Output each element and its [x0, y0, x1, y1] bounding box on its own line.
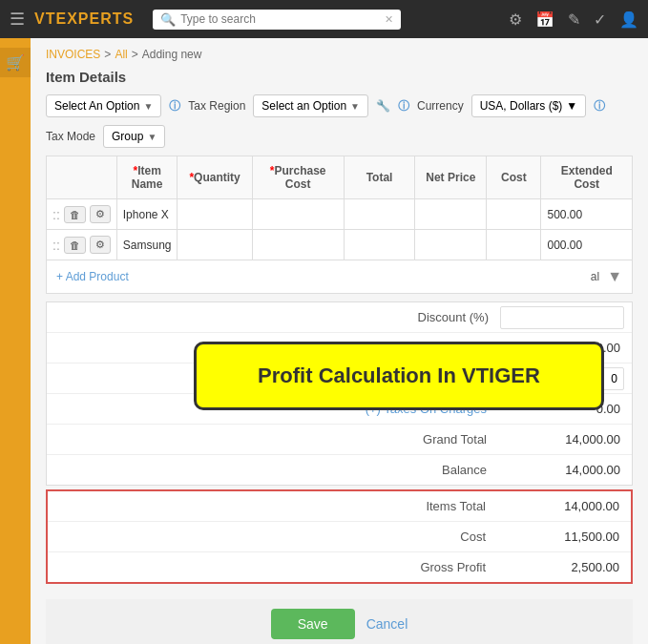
- col-quantity: *Quantity: [178, 156, 252, 199]
- calendar-icon[interactable]: 📅: [535, 10, 554, 29]
- taxmode-info-icon: ⓘ: [594, 98, 605, 114]
- clear-icon[interactable]: ✕: [385, 13, 393, 26]
- grand-total-value: 14,000.00: [498, 425, 632, 454]
- row-2-extcost: 000.00: [541, 230, 633, 260]
- main-content: INVOICES > All > Adding new Item Details…: [31, 38, 648, 644]
- save-button[interactable]: Save: [271, 609, 355, 639]
- cost-row: Cost 11,500.00: [48, 522, 631, 552]
- dropdown-arrow-icon: ▼: [143, 101, 153, 112]
- row-2-delete-button[interactable]: 🗑: [64, 237, 86, 254]
- cancel-button[interactable]: Cancel: [366, 609, 408, 639]
- row-2-name: Samsung: [116, 230, 178, 260]
- balance-row: Balance 14,000.00: [47, 455, 632, 485]
- items-table: *Item Name *Quantity *Purchase Cost Tota…: [46, 156, 633, 260]
- row-1-delete-button[interactable]: 🗑: [64, 206, 86, 223]
- settings-icon[interactable]: ⚙: [509, 10, 522, 29]
- taxmode-label: Tax Mode: [46, 130, 95, 143]
- currency-label: Currency: [417, 99, 464, 113]
- balance-label: Balance: [47, 455, 498, 485]
- drag-handle-2-icon[interactable]: ::: [52, 238, 60, 253]
- taxmode-arrow-icon: ▼: [147, 132, 157, 142]
- row-1-actions: :: 🗑 ⚙: [47, 199, 117, 230]
- currency-info-icon: ⓘ: [398, 98, 409, 114]
- wrench-icon: 🔧: [376, 99, 390, 113]
- search-bar[interactable]: 🔍 ✕: [153, 10, 401, 30]
- breadcrumb-sep1: >: [104, 48, 111, 61]
- row-2-purchase: [252, 230, 344, 260]
- tax-region-info-icon: ⓘ: [169, 98, 180, 114]
- balance-value: 14,000.00: [498, 455, 632, 485]
- table-row: :: 🗑 ⚙ Iphone X 500.00: [47, 199, 633, 230]
- select-option-1-button[interactable]: Select An Option ▼: [46, 94, 161, 117]
- search-icon: 🔍: [160, 12, 176, 27]
- grand-total-label: Grand Total: [47, 425, 498, 454]
- breadcrumb-sep2: >: [132, 48, 138, 61]
- row-2-netprice: [415, 230, 487, 260]
- row-1-name: Iphone X: [116, 199, 178, 230]
- row-2-total: [344, 230, 415, 260]
- row-1-settings-button[interactable]: ⚙: [90, 205, 111, 223]
- profit-section: Items Total 14,000.00 Cost 11,500.00 Gro…: [46, 489, 633, 584]
- currency-arrow-icon: ▼: [566, 99, 577, 113]
- dropdown-arrow-2-icon: ▼: [350, 101, 360, 112]
- chart-icon[interactable]: ✎: [568, 10, 580, 29]
- search-input[interactable]: [180, 12, 380, 26]
- sidebar-cart-icon[interactable]: 🛒: [0, 48, 31, 77]
- breadcrumb-all[interactable]: All: [115, 48, 127, 61]
- row-1-total: [344, 199, 415, 230]
- cost-value: 11,500.00: [497, 522, 631, 551]
- bottom-actions: Save Cancel: [46, 599, 633, 644]
- check-icon[interactable]: ✓: [594, 10, 606, 29]
- col-item-name: *Item Name: [116, 156, 178, 199]
- col-purchase-cost: *Purchase Cost: [252, 156, 344, 199]
- col-extended-cost: Extended Cost: [541, 156, 633, 199]
- drag-handle-icon[interactable]: ::: [52, 207, 60, 222]
- item-toolbar: Select An Option ▼ ⓘ Tax Region Select a…: [46, 94, 633, 148]
- items-total-value: 14,000.00: [497, 491, 631, 521]
- col-actions: [47, 156, 117, 199]
- breadcrumb-current: Adding new: [142, 48, 202, 61]
- row-1-netprice: [415, 199, 487, 230]
- discount-row: Discount (%): [47, 302, 632, 333]
- currency-button[interactable]: USA, Dollars ($) ▼: [471, 94, 587, 117]
- discount-label: Discount (%): [47, 302, 500, 332]
- breadcrumb-invoices[interactable]: INVOICES: [46, 48, 100, 61]
- items-total-row: Items Total 14,000.00: [48, 491, 631, 522]
- items-table-container: *Item Name *Quantity *Purchase Cost Tota…: [46, 156, 633, 260]
- subtotal-dropdown-icon[interactable]: ▼: [607, 268, 622, 285]
- row-2-cost: [487, 230, 541, 260]
- row-1-qty: [178, 199, 252, 230]
- user-icon[interactable]: 👤: [619, 10, 638, 29]
- row-2-qty: [178, 230, 252, 260]
- sidebar: 🛒: [0, 38, 31, 644]
- gross-profit-value: 2,500.00: [497, 552, 631, 582]
- select-option-2-button[interactable]: Select an Option ▼: [253, 94, 368, 117]
- row-2-settings-button[interactable]: ⚙: [90, 236, 111, 254]
- row-1-purchase: [252, 199, 344, 230]
- subtotal-label: al: [591, 270, 599, 283]
- discount-input[interactable]: [500, 306, 624, 329]
- gross-profit-row: Gross Profit 2,500.00: [48, 552, 631, 582]
- grand-total-row: Grand Total 14,000.00: [47, 425, 632, 455]
- taxmode-button[interactable]: Group ▼: [103, 125, 165, 148]
- table-row: :: 🗑 ⚙ Samsung 000.00: [47, 230, 633, 260]
- row-1-extcost: 500.00: [541, 199, 633, 230]
- row-1-cost: [487, 199, 541, 230]
- nav-icons: ⚙ 📅 ✎ ✓ 👤: [509, 10, 638, 29]
- gross-profit-label: Gross Profit: [48, 552, 497, 582]
- hamburger-icon[interactable]: ☰: [10, 9, 25, 30]
- profit-popup: Profit Calculation In VTIGER: [194, 342, 604, 410]
- row-2-actions: :: 🗑 ⚙: [47, 230, 117, 260]
- col-cost: Cost: [487, 156, 541, 199]
- section-title: Item Details: [46, 69, 633, 85]
- add-product-button[interactable]: + Add Product: [56, 270, 129, 283]
- add-product-row: + Add Product al ▼: [46, 260, 633, 294]
- col-net-price: Net Price: [415, 156, 487, 199]
- col-total: Total: [344, 156, 415, 199]
- top-nav: ☰ VTEXPERTS 🔍 ✕ ⚙ 📅 ✎ ✓ 👤: [0, 0, 648, 38]
- cost-label: Cost: [48, 522, 497, 551]
- items-total-label: Items Total: [48, 491, 497, 521]
- breadcrumb: INVOICES > All > Adding new: [46, 48, 633, 61]
- brand-logo: VTEXPERTS: [34, 10, 134, 28]
- tax-region-label: Tax Region: [188, 99, 245, 113]
